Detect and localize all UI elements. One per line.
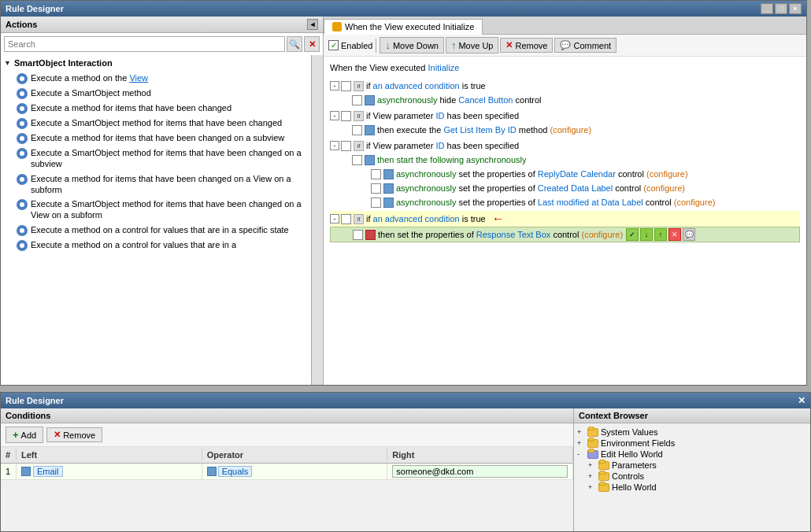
collapse-button[interactable]: ◄	[307, 19, 318, 30]
remove-icon: ✕	[54, 430, 61, 440]
configure-link[interactable]: (configure)	[550, 125, 592, 135]
remove-condition-button[interactable]: ✕ Remove	[46, 427, 102, 442]
configure-link2[interactable]: (configure)	[646, 169, 688, 179]
list-item[interactable]: Execute a SmartObject method for items t…	[4, 197, 308, 223]
row-left[interactable]: Email	[17, 464, 202, 479]
async-link2[interactable]: asynchronously	[396, 169, 456, 179]
toggle-icon[interactable]: -	[330, 81, 339, 91]
advanced-condition-link2[interactable]: an advanced condition	[373, 214, 460, 224]
row-operator[interactable]: Equals	[202, 464, 388, 479]
row-num: 1	[1, 464, 17, 479]
row-right[interactable]	[387, 464, 573, 479]
enabled-checkbox[interactable]: ✓ Enabled	[328, 40, 372, 50]
node-checkbox[interactable]	[352, 95, 362, 105]
inline-check-button[interactable]: ✓	[626, 228, 639, 241]
minimize-button[interactable]: _	[761, 3, 773, 14]
node-checkbox[interactable]	[341, 214, 351, 224]
comment-button[interactable]: 💬 Comment	[554, 38, 617, 53]
cancel-btn-link[interactable]: Cancel Button	[458, 95, 513, 105]
toggle-icon[interactable]: -	[330, 141, 339, 150]
list-item[interactable]: Execute a method for items that have bee…	[4, 101, 308, 116]
node-checkbox[interactable]	[371, 183, 381, 194]
inline-down-button[interactable]: ↓	[640, 228, 653, 241]
move-down-button[interactable]: ↓ Move Down	[380, 37, 444, 54]
tree-item-edit-hello-world[interactable]: - Edit Hello World	[577, 449, 807, 460]
async-link3[interactable]: asynchronously	[396, 183, 456, 193]
toggle-icon[interactable]: -	[330, 111, 339, 120]
then-icon	[383, 198, 394, 208]
async-start-link[interactable]: then start the following asynchronously	[377, 155, 527, 164]
node-checkbox[interactable]	[371, 169, 381, 179]
node-checkbox[interactable]	[341, 111, 351, 121]
list-item[interactable]: Execute a SmartObject method	[4, 86, 308, 101]
get-list-link[interactable]: Get List Item By ID	[443, 125, 516, 135]
rule-text: if View parameter ID has been specified	[366, 141, 519, 150]
last-modified-link[interactable]: Last modified at Data Label	[538, 198, 643, 207]
folder-icon	[598, 472, 609, 481]
node-checkbox[interactable]	[341, 81, 351, 91]
advanced-condition-link[interactable]: an advanced condition	[373, 81, 460, 91]
rule-row: asynchronously hide Cancel Button contro…	[330, 93, 800, 107]
action-icon	[17, 240, 28, 251]
if-icon: if	[354, 214, 364, 224]
node-checkbox[interactable]	[371, 198, 381, 208]
context-browser-panel: Context Browser + System Values + Enviro…	[574, 408, 810, 531]
action-icon	[17, 88, 28, 99]
second-titlebar: Rule Designer ✕	[1, 393, 810, 408]
configure-link3[interactable]: (configure)	[643, 183, 685, 193]
left-scrollbar[interactable]	[311, 55, 323, 385]
async-link[interactable]: asynchronously	[377, 95, 437, 105]
search-icon[interactable]: 🔍	[287, 36, 302, 52]
add-condition-button[interactable]: + Add	[6, 427, 43, 443]
move-down-icon: ↓	[385, 39, 391, 51]
node-checkbox[interactable]	[353, 230, 363, 240]
rule-tree: - if if an advanced condition is true as…	[330, 79, 800, 242]
tab-initialize[interactable]: When the View executed Initialize	[324, 19, 483, 35]
tree-item-environment-fields[interactable]: + Environment Fields	[577, 438, 807, 449]
rule-designer-second-window: Rule Designer ✕ Conditions + Add ✕ Remov…	[0, 392, 811, 532]
operator-tag: Equals	[218, 466, 253, 477]
list-item[interactable]: Execute a method for items that have bee…	[4, 172, 308, 198]
col-right: Right	[387, 449, 573, 461]
add-label: Add	[21, 430, 37, 440]
configure-link5[interactable]: (configure)	[581, 230, 623, 239]
node-checkbox[interactable]	[352, 155, 362, 165]
list-item[interactable]: Execute a SmartObject method for items t…	[4, 146, 308, 172]
inline-comment-button[interactable]: 💬	[683, 228, 695, 241]
close-button[interactable]: ×	[789, 3, 802, 14]
maximize-button[interactable]: □	[775, 3, 787, 14]
id-link2[interactable]: ID	[435, 141, 444, 150]
move-up-label: Move Up	[458, 41, 493, 50]
id-link[interactable]: ID	[435, 111, 444, 120]
async-link4[interactable]: asynchronously	[396, 198, 456, 207]
toggle-icon[interactable]: -	[330, 214, 339, 224]
tree-item-system-values[interactable]: + System Values	[577, 427, 807, 438]
action-label: Execute a SmartObject method for items t…	[31, 198, 308, 221]
remove-button[interactable]: ✕ Remove	[500, 38, 553, 53]
search-input[interactable]	[4, 36, 285, 52]
row-number: 1	[6, 467, 10, 476]
list-item[interactable]: Execute a method on a control for values…	[4, 238, 308, 253]
clear-search-button[interactable]: ✕	[304, 36, 320, 52]
right-value-input[interactable]	[392, 465, 568, 478]
tree-item-hello-world[interactable]: + Hello World	[577, 482, 807, 493]
node-checkbox[interactable]	[341, 141, 351, 151]
second-close-button[interactable]: ✕	[798, 395, 805, 406]
node-checkbox[interactable]	[352, 125, 362, 135]
rule-intro-link[interactable]: Initialize	[428, 63, 460, 72]
response-textbox-link[interactable]: Response Text Box	[476, 230, 551, 239]
tree-item-parameters[interactable]: + Parameters	[577, 460, 807, 471]
list-item[interactable]: Execute a method for items that have bee…	[4, 131, 308, 146]
reply-date-link[interactable]: ReplyDate Calendar	[538, 169, 616, 179]
inline-up-button[interactable]: ↑	[654, 228, 667, 241]
smartobject-section[interactable]: ▼ SmartObject Interaction	[4, 58, 308, 68]
move-up-button[interactable]: ↑ Move Up	[446, 37, 499, 54]
rule-row: - if if View parameter ID has been speci…	[330, 109, 800, 123]
created-data-link[interactable]: Created Data Label	[538, 183, 613, 193]
list-item[interactable]: Execute a method on the View	[4, 71, 308, 86]
list-item[interactable]: Execute a method on a control for values…	[4, 223, 308, 238]
configure-link4[interactable]: (configure)	[674, 198, 716, 207]
list-item[interactable]: Execute a SmartObject method for items t…	[4, 116, 308, 131]
tree-item-controls[interactable]: + Controls	[577, 471, 807, 482]
inline-remove-button[interactable]: ✕	[668, 228, 681, 241]
